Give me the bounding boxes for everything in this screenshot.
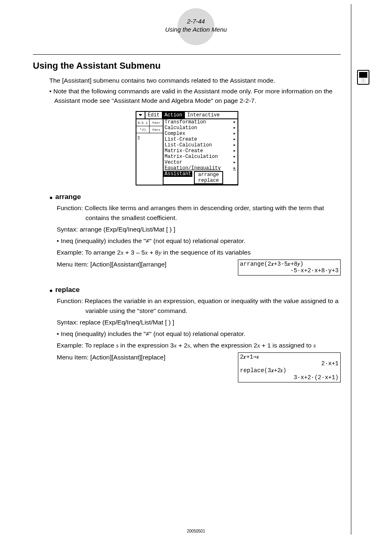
menu-item: List-Calculation▸ [164, 142, 238, 148]
arrange-example: Example: To arrange 2x + 3 – 5x + 8y in … [57, 248, 341, 257]
replace-example: Example: To replace s in the expression … [57, 341, 341, 350]
menu-item: Matrix-Calculation▸ [164, 154, 238, 160]
calc-menu-list: Transformation▸ Calculation▸ Complex▸ Li… [163, 119, 238, 185]
menu-edit: Edit [145, 112, 162, 118]
replace-details: Function: Replaces the variable in an ex… [57, 296, 341, 382]
arrange-function: Function: Collects like terms and arrang… [57, 203, 341, 222]
intro-block: The [Assistant] submenu contains two com… [49, 76, 341, 105]
arrange-heading: ●arrange [49, 193, 341, 201]
menu-action: Action [162, 112, 184, 118]
calculator-side-icon: ∷∷∷∷ [357, 70, 369, 85]
menu-item-highlighted: Assistant [164, 171, 193, 177]
menu-item: Matrix-Create▸ [164, 148, 238, 154]
menu-item: List-Create▸ [164, 137, 238, 142]
submenu-item: replace [195, 178, 222, 183]
arrange-syntax: Syntax: arrange (Exp/Eq/Ineq/List/Mat [ … [57, 225, 341, 234]
result-line: replace(3𝒙+2𝒔) [240, 367, 339, 374]
calc-menubar: ❤ Edit Action Interactive [136, 112, 238, 119]
menu-item: Equation/Inequality▸ [164, 165, 238, 171]
replace-menuitem: Menu Item: [Action][Assistant][replace] [57, 352, 165, 362]
top-rule [33, 54, 341, 55]
replace-ineq-note: • Ineq (inequality) includes the "≠" (no… [57, 329, 341, 338]
menu-item: Complex▸ [164, 131, 238, 137]
bullet-icon: ● [49, 194, 53, 201]
dropdown-chevron-icon: ❤ [136, 112, 145, 118]
result-line: arrange(2𝒙+3-5𝒙+8𝒚) [240, 261, 339, 268]
result-line: 2𝒙+1⇒𝒔 [240, 354, 339, 361]
menu-interactive: Interactive [185, 112, 222, 118]
replace-heading: ●replace [49, 286, 341, 294]
menu-item: Transformation▸ [164, 119, 238, 125]
result-line: 3·x+2·(2·x+1) [240, 374, 339, 381]
result-line: -5·x+2·x+8·y+3 [240, 267, 339, 274]
section-title: Using the Action Menu [165, 26, 227, 33]
page-ref: 2-7-44 [187, 18, 205, 25]
menu-item: Calculation▸ [164, 125, 238, 131]
calculator-screenshot: ❤ Edit Action Interactive 0.5 1fdx↦ ⁵√▢f… [136, 111, 238, 185]
intro-note: • Note that the following commands are v… [49, 87, 341, 105]
bullet-icon: ● [49, 287, 53, 294]
result-line: 2·x+1 [240, 360, 339, 367]
calc-toolbar: 0.5 1fdx↦ ⁵√▢fdx◂ ▯ [136, 119, 163, 185]
arrange-details: Function: Collects like terms and arrang… [57, 203, 341, 276]
page-content: Using the Assistant Submenu The [Assista… [33, 54, 341, 382]
footer-code: 20050501 [0, 529, 392, 533]
submenu-item: arrange [195, 172, 222, 178]
page-heading: Using the Assistant Submenu [33, 60, 341, 71]
arrange-menuitem: Menu Item: [Action][Assistant][arrange] [57, 259, 166, 269]
intro-line1: The [Assistant] submenu contains two com… [49, 76, 341, 85]
vertical-rule [351, 4, 351, 535]
submenu-flyout: arrange replace [194, 171, 223, 184]
page-header-text: 2-7-44 Using the Action Menu [0, 17, 392, 33]
arrange-result-box: arrange(2𝒙+3-5𝒙+8𝒚) -5·x+2·x+8·y+3 [238, 259, 341, 276]
replace-syntax: Syntax: replace (Exp/Eq/Ineq/List/Mat [ … [57, 317, 341, 327]
menu-item: Vector▸ [164, 160, 238, 165]
replace-function: Function: Replaces the variable in an ex… [57, 296, 341, 315]
replace-result-box: 2𝒙+1⇒𝒔 2·x+1 replace(3𝒙+2𝒔) 3·x+2·(2·x+1… [238, 352, 341, 382]
arrange-ineq-note: • Ineq (inequality) includes the "≠" (no… [57, 236, 341, 246]
cursor-area: ▯ [136, 133, 163, 185]
